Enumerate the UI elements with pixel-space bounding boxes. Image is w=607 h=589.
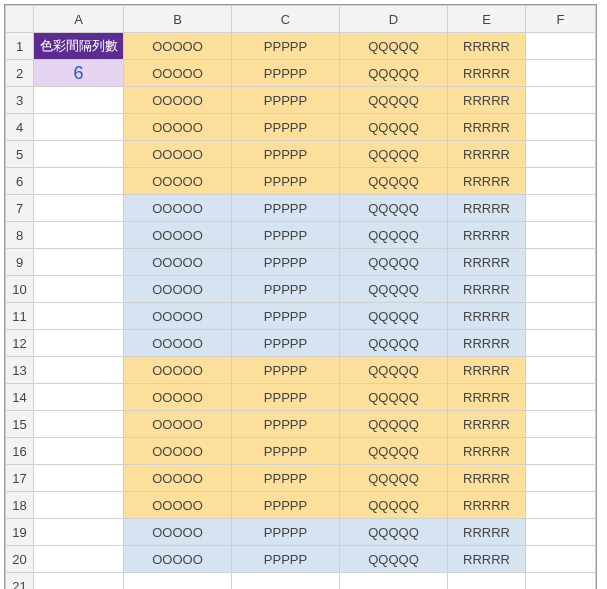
cell-B15[interactable]: OOOOO <box>124 411 232 438</box>
row-header-21[interactable]: 21 <box>6 573 34 590</box>
cell-A7[interactable] <box>34 195 124 222</box>
cell-E4[interactable]: RRRRR <box>448 114 526 141</box>
cell-D7[interactable]: QQQQQ <box>340 195 448 222</box>
cell-C10[interactable]: PPPPP <box>232 276 340 303</box>
cell-E6[interactable]: RRRRR <box>448 168 526 195</box>
cell-C20[interactable]: PPPPP <box>232 546 340 573</box>
cell-A17[interactable] <box>34 465 124 492</box>
col-header-F[interactable]: F <box>526 6 596 33</box>
cell-A11[interactable] <box>34 303 124 330</box>
cell-B10[interactable]: OOOOO <box>124 276 232 303</box>
cell-B6[interactable]: OOOOO <box>124 168 232 195</box>
cell-E9[interactable]: RRRRR <box>448 249 526 276</box>
cell-A13[interactable] <box>34 357 124 384</box>
cell-D12[interactable]: QQQQQ <box>340 330 448 357</box>
cell-F16[interactable] <box>526 438 596 465</box>
cell-C14[interactable]: PPPPP <box>232 384 340 411</box>
cell-C18[interactable]: PPPPP <box>232 492 340 519</box>
cell-E18[interactable]: RRRRR <box>448 492 526 519</box>
cell-E2[interactable]: RRRRR <box>448 60 526 87</box>
row-header-20[interactable]: 20 <box>6 546 34 573</box>
cell-A19[interactable] <box>34 519 124 546</box>
cell-E15[interactable]: RRRRR <box>448 411 526 438</box>
cell-D13[interactable]: QQQQQ <box>340 357 448 384</box>
cell-D8[interactable]: QQQQQ <box>340 222 448 249</box>
cell-E5[interactable]: RRRRR <box>448 141 526 168</box>
cell-D10[interactable]: QQQQQ <box>340 276 448 303</box>
cell-B18[interactable]: OOOOO <box>124 492 232 519</box>
cell-E3[interactable]: RRRRR <box>448 87 526 114</box>
cell-B1[interactable]: OOOOO <box>124 33 232 60</box>
cell-F7[interactable] <box>526 195 596 222</box>
cell-B21[interactable] <box>124 573 232 590</box>
cell-B17[interactable]: OOOOO <box>124 465 232 492</box>
cell-D4[interactable]: QQQQQ <box>340 114 448 141</box>
cell-B8[interactable]: OOOOO <box>124 222 232 249</box>
cell-C6[interactable]: PPPPP <box>232 168 340 195</box>
cell-F5[interactable] <box>526 141 596 168</box>
cell-D1[interactable]: QQQQQ <box>340 33 448 60</box>
cell-C12[interactable]: PPPPP <box>232 330 340 357</box>
row-header-4[interactable]: 4 <box>6 114 34 141</box>
cell-D2[interactable]: QQQQQ <box>340 60 448 87</box>
col-header-A[interactable]: A <box>34 6 124 33</box>
row-header-14[interactable]: 14 <box>6 384 34 411</box>
row-header-15[interactable]: 15 <box>6 411 34 438</box>
corner-cell[interactable] <box>6 6 34 33</box>
cell-A2[interactable]: 6 <box>34 60 124 87</box>
cell-B16[interactable]: OOOOO <box>124 438 232 465</box>
cell-D15[interactable]: QQQQQ <box>340 411 448 438</box>
cell-A10[interactable] <box>34 276 124 303</box>
cell-A5[interactable] <box>34 141 124 168</box>
col-header-E[interactable]: E <box>448 6 526 33</box>
cell-B5[interactable]: OOOOO <box>124 141 232 168</box>
row-header-6[interactable]: 6 <box>6 168 34 195</box>
cell-B3[interactable]: OOOOO <box>124 87 232 114</box>
cell-C15[interactable]: PPPPP <box>232 411 340 438</box>
cell-A21[interactable] <box>34 573 124 590</box>
cell-D21[interactable] <box>340 573 448 590</box>
cell-A3[interactable] <box>34 87 124 114</box>
cell-C3[interactable]: PPPPP <box>232 87 340 114</box>
cell-B2[interactable]: OOOOO <box>124 60 232 87</box>
cell-D5[interactable]: QQQQQ <box>340 141 448 168</box>
row-header-10[interactable]: 10 <box>6 276 34 303</box>
cell-A6[interactable] <box>34 168 124 195</box>
cell-C9[interactable]: PPPPP <box>232 249 340 276</box>
cell-F6[interactable] <box>526 168 596 195</box>
cell-F18[interactable] <box>526 492 596 519</box>
row-header-19[interactable]: 19 <box>6 519 34 546</box>
cell-A4[interactable] <box>34 114 124 141</box>
cell-F4[interactable] <box>526 114 596 141</box>
cell-B20[interactable]: OOOOO <box>124 546 232 573</box>
row-header-18[interactable]: 18 <box>6 492 34 519</box>
cell-C13[interactable]: PPPPP <box>232 357 340 384</box>
cell-B14[interactable]: OOOOO <box>124 384 232 411</box>
cell-C2[interactable]: PPPPP <box>232 60 340 87</box>
cell-D18[interactable]: QQQQQ <box>340 492 448 519</box>
cell-F20[interactable] <box>526 546 596 573</box>
cell-D17[interactable]: QQQQQ <box>340 465 448 492</box>
cell-E12[interactable]: RRRRR <box>448 330 526 357</box>
cell-F9[interactable] <box>526 249 596 276</box>
cell-B13[interactable]: OOOOO <box>124 357 232 384</box>
row-header-11[interactable]: 11 <box>6 303 34 330</box>
cell-D3[interactable]: QQQQQ <box>340 87 448 114</box>
cell-B19[interactable]: OOOOO <box>124 519 232 546</box>
grid[interactable]: A B C D E F 1色彩間隔列數OOOOOPPPPPQQQQQRRRRR2… <box>5 5 596 589</box>
cell-D20[interactable]: QQQQQ <box>340 546 448 573</box>
cell-A9[interactable] <box>34 249 124 276</box>
row-header-16[interactable]: 16 <box>6 438 34 465</box>
cell-B9[interactable]: OOOOO <box>124 249 232 276</box>
col-header-C[interactable]: C <box>232 6 340 33</box>
col-header-D[interactable]: D <box>340 6 448 33</box>
cell-A8[interactable] <box>34 222 124 249</box>
cell-E10[interactable]: RRRRR <box>448 276 526 303</box>
cell-E7[interactable]: RRRRR <box>448 195 526 222</box>
cell-C19[interactable]: PPPPP <box>232 519 340 546</box>
row-header-2[interactable]: 2 <box>6 60 34 87</box>
cell-F3[interactable] <box>526 87 596 114</box>
row-header-17[interactable]: 17 <box>6 465 34 492</box>
cell-C11[interactable]: PPPPP <box>232 303 340 330</box>
cell-D11[interactable]: QQQQQ <box>340 303 448 330</box>
